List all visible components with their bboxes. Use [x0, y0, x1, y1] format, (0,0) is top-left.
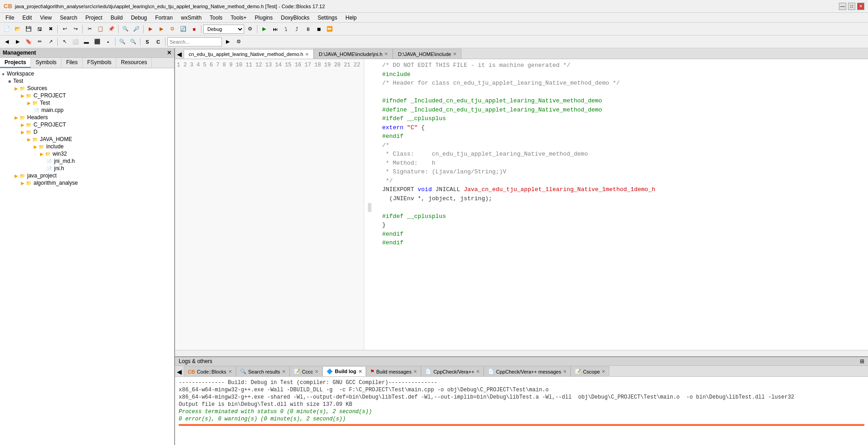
tree-item[interactable]: ▶ 📁java_project	[0, 172, 174, 179]
search-opts[interactable]: ⚙	[234, 37, 244, 47]
menu-item-file[interactable]: File	[2, 14, 18, 22]
tree-item[interactable]: ■Test	[0, 77, 174, 85]
menu-item-tools[interactable]: Tools	[206, 14, 226, 22]
mgmt-tab-fsymbols[interactable]: FSymbols	[83, 58, 116, 68]
menu-item-settings[interactable]: Settings	[314, 14, 341, 22]
log-tab-nav-left[interactable]: ◀	[175, 367, 184, 376]
zoom-out[interactable]: 🔍	[128, 37, 138, 47]
copy-button[interactable]: 📋	[95, 24, 105, 34]
menu-item-project[interactable]: Project	[82, 14, 106, 22]
maximize-button[interactable]: □	[848, 3, 855, 10]
log-tab-build-messages[interactable]: ⚑ Build messages ✕	[366, 366, 421, 376]
debug-next2[interactable]: ⏩	[325, 24, 335, 34]
log-tab-cppcheck-vera--[interactable]: 📄 CppCheck/Vera++ ✕	[421, 366, 484, 376]
rect-select[interactable]: ⬜	[70, 37, 80, 47]
close-file-button[interactable]: ✖	[45, 24, 55, 34]
editor-tab[interactable]: D:\JAVA_HOME\include\jni.h✕	[314, 49, 393, 59]
search-input[interactable]	[167, 37, 222, 46]
close-button[interactable]: ✕	[857, 3, 864, 10]
tree-item[interactable]: ▶ 📁win32	[0, 150, 174, 157]
bookmark[interactable]: 🔖	[24, 37, 34, 47]
find-button[interactable]: 🔍	[120, 24, 130, 34]
redo-button[interactable]: ↪	[70, 24, 80, 34]
paste-button[interactable]: 📌	[106, 24, 116, 34]
menu-item-tools+[interactable]: Tools+	[227, 14, 250, 22]
jump[interactable]: ↗	[45, 37, 55, 47]
tree-item[interactable]: ▶ 📁Test	[0, 99, 174, 106]
nav-back[interactable]: ◀	[2, 37, 12, 47]
tree-item[interactable]: ▶ 📁Headers	[0, 114, 174, 121]
build-button[interactable]: ⚙	[167, 24, 177, 34]
toggle-C[interactable]: C	[153, 37, 163, 47]
code-content[interactable]: /* DO NOT EDIT THIS FILE - it is machine…	[364, 59, 868, 350]
tree-item[interactable]: ▶ 📁C_PROJECT	[0, 92, 174, 99]
new-button[interactable]: 📄	[2, 24, 12, 34]
search-go[interactable]: ▶	[223, 37, 233, 47]
tree-item[interactable]: ▶ 📁Sources	[0, 85, 174, 92]
tab-nav-left[interactable]: ◀	[175, 50, 184, 59]
menu-item-build[interactable]: Build	[107, 14, 126, 22]
zoom-in[interactable]: 🔍	[117, 37, 127, 47]
debug-step[interactable]: ⤵	[281, 24, 291, 34]
nav-forward[interactable]: ▶	[13, 37, 23, 47]
debug-break[interactable]: ⏸	[303, 24, 313, 34]
tree-item[interactable]: ▶ 📁C_PROJECT	[0, 121, 174, 128]
editor-scrollbar[interactable]	[175, 350, 868, 356]
rebuild-button[interactable]: 🔄	[178, 24, 188, 34]
minimize-button[interactable]: —	[839, 3, 846, 10]
run-button[interactable]: ▶	[146, 24, 156, 34]
mgmt-tab-projects[interactable]: Projects	[0, 58, 31, 68]
mgmt-tab-resources[interactable]: Resources	[116, 58, 152, 68]
debug-next[interactable]: ⏭	[270, 24, 280, 34]
menu-item-wxsmith[interactable]: wxSmith	[177, 14, 205, 22]
log-tab-search-results[interactable]: 🔍 Search results ✕	[236, 366, 290, 376]
config-btn[interactable]: ⚙	[245, 24, 255, 34]
tree-item[interactable]: 📄main.cpp	[0, 106, 174, 114]
mgmt-tab-symbols[interactable]: Symbols	[31, 58, 61, 68]
tree-item[interactable]: ▶ 📁algorithm_analyse	[0, 179, 174, 187]
tree-item[interactable]: ▶ 📁D	[0, 128, 174, 136]
save-button[interactable]: 💾	[24, 24, 34, 34]
menu-item-plugins[interactable]: Plugins	[251, 14, 276, 22]
menu-item-doxyblocks[interactable]: DoxyBlocks	[277, 14, 313, 22]
debug-run[interactable]: ▶	[259, 24, 269, 34]
code-editor[interactable]: 1 2 3 4 5 6 7 8 9 10 11 12 13 14 15 16 1…	[175, 59, 868, 350]
editor-tab[interactable]: D:\JAVA_HOME\include✕	[393, 49, 462, 59]
block-select[interactable]: ▪	[103, 37, 113, 47]
log-tab-code--blocks[interactable]: CB Code::Blocks ✕	[184, 366, 236, 376]
menu-item-fortran[interactable]: Fortran	[151, 14, 176, 22]
log-tab-cccc[interactable]: 📝 Cccc ✕	[290, 366, 322, 376]
close-panel-icon[interactable]: ✕	[167, 50, 171, 56]
run2-button[interactable]: ▶	[156, 24, 166, 34]
tree-item[interactable]: ●Workspace	[0, 70, 174, 77]
tree-item[interactable]: ▶ 📁JAVA_HOME	[0, 136, 174, 143]
config-select[interactable]: Debug	[203, 25, 244, 34]
tree-item[interactable]: ▶ 📁include	[0, 143, 174, 150]
logs-expand-icon[interactable]: ⊞	[860, 358, 864, 364]
mgmt-tab-files[interactable]: Files	[61, 58, 82, 68]
replace-button[interactable]: 🔎	[131, 24, 141, 34]
debug-step-out[interactable]: ⤴	[292, 24, 302, 34]
log-tab-cscope[interactable]: 📝 Cscope ✕	[571, 366, 609, 376]
log-tab-cppcheck-vera---messages[interactable]: 📄 CppCheck/Vera++ messages ✕	[484, 366, 571, 376]
undo-button[interactable]: ↩	[60, 24, 70, 34]
menu-item-debug[interactable]: Debug	[127, 14, 151, 22]
editor-tab[interactable]: cn_edu_tju_applet_learing_Native_method_…	[184, 49, 314, 59]
tree-item[interactable]: 📄jni_md.h	[0, 157, 174, 165]
cut-button[interactable]: ✂	[85, 24, 95, 34]
toggle-S[interactable]: S	[142, 37, 152, 47]
open-button[interactable]: 📂	[13, 24, 23, 34]
annotate[interactable]: ✏	[35, 37, 45, 47]
col-select[interactable]: ▬	[81, 37, 91, 47]
tree-item[interactable]: 📄jni.h	[0, 165, 174, 172]
save-all-button[interactable]: 🖫	[35, 24, 45, 34]
debug-stop[interactable]: ⏹	[314, 24, 324, 34]
menu-item-search[interactable]: Search	[56, 14, 81, 22]
select-all[interactable]: ⬛	[92, 37, 102, 47]
log-tab-build-log[interactable]: 🔷 Build log ✕	[322, 366, 366, 376]
menu-item-edit[interactable]: Edit	[19, 14, 35, 22]
menu-item-view[interactable]: View	[36, 14, 55, 22]
stop-button[interactable]: ■	[189, 24, 199, 34]
cursor-mode[interactable]: ↖	[60, 37, 70, 47]
menu-item-help[interactable]: Help	[342, 14, 361, 22]
